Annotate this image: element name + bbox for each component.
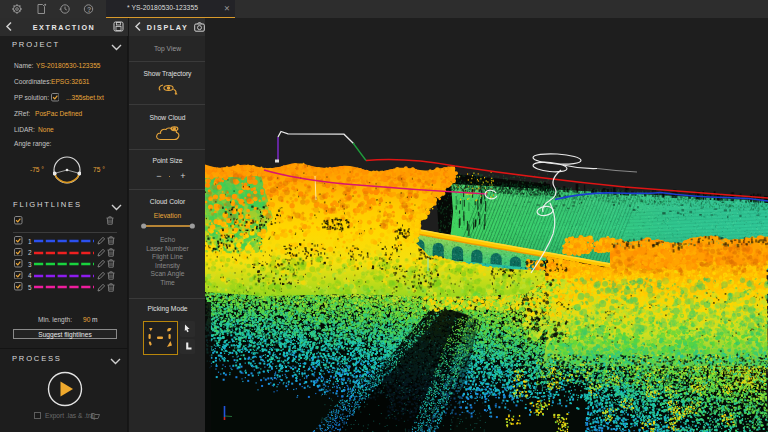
svg-text:?: ? <box>87 6 91 13</box>
